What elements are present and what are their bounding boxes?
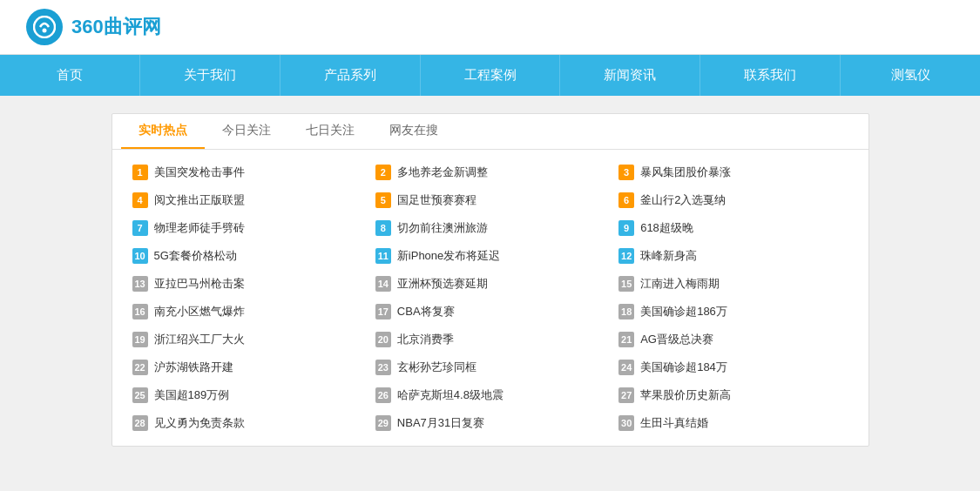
tab-week[interactable]: 七日关注 [288,114,372,149]
hot-num: 21 [618,332,634,347]
hot-num: 19 [132,332,148,347]
hot-num: 18 [618,304,634,319]
hot-title: 美国突发枪击事件 [154,165,245,180]
hot-title: 沪苏湖铁路开建 [154,360,233,375]
hot-num: 10 [132,248,148,264]
hot-item[interactable]: 3 暴风集团股价暴涨 [612,158,855,186]
nav-news[interactable]: 新闻资讯 [560,55,700,96]
hot-num: 15 [618,276,634,292]
hot-num: 17 [375,304,391,319]
hot-item[interactable]: 4 阅文推出正版联盟 [125,186,368,214]
hot-item[interactable]: 23 玄彬孙艺珍同框 [368,353,612,381]
main-nav: 首页 关于我们 产品系列 工程案例 新闻资讯 联系我们 测氢仪 [0,55,980,96]
hot-item[interactable]: 20 北京消费季 [368,326,612,353]
hot-title: 美国确诊超186万 [640,304,727,319]
hot-item[interactable]: 28 见义勇为免责条款 [125,409,368,437]
hot-num: 23 [375,360,391,375]
logo-text: 360曲评网 [71,14,161,40]
hot-item[interactable]: 29 NBA7月31日复赛 [368,409,612,437]
hot-num: 29 [375,415,391,431]
hot-title: 暴风集团股价暴涨 [640,165,731,180]
hot-item[interactable]: 16 南充小区燃气爆炸 [125,298,368,326]
tab-today[interactable]: 今日关注 [205,114,288,149]
hot-item[interactable]: 18 美国确诊超186万 [612,298,855,326]
hot-num: 30 [618,415,634,431]
hot-num: 22 [132,360,148,375]
hot-num: 8 [375,220,391,236]
hot-num: 5 [375,192,391,208]
hot-item[interactable]: 19 浙江绍兴工厂大火 [125,326,368,353]
logo-icon [26,9,63,45]
hot-item[interactable]: 25 美国超189万例 [125,381,368,409]
hot-title: 5G套餐价格松动 [154,248,237,264]
hot-num: 2 [375,165,391,180]
hot-title: 物理老师徒手劈砖 [154,220,245,236]
nav-contact[interactable]: 联系我们 [700,55,841,96]
hot-num: 14 [375,276,391,292]
hot-item[interactable]: 26 哈萨克斯坦4.8级地震 [368,381,612,409]
hot-title: 玄彬孙艺珍同框 [397,360,476,375]
hot-num: 3 [618,165,634,180]
content-inner: 实时热点 今日关注 七日关注 网友在搜 1 美国突发枪击事件 2 多地养老金新调… [112,113,869,447]
hot-num: 4 [132,192,148,208]
nav-cases[interactable]: 工程案例 [421,55,561,96]
nav-instrument[interactable]: 测氢仪 [841,55,980,96]
hot-item[interactable]: 27 苹果股价历史新高 [612,381,855,409]
hot-title: 阅文推出正版联盟 [154,192,245,208]
hot-title: 釜山行2入选戛纳 [640,192,726,208]
hot-list: 1 美国突发枪击事件 2 多地养老金新调整 3 暴风集团股价暴涨 4 阅文推出正… [112,150,868,446]
hot-item[interactable]: 13 亚拉巴马州枪击案 [125,270,368,298]
hot-title: 美国超189万例 [154,387,230,403]
hot-title: 国足世预赛赛程 [397,192,476,208]
hot-item[interactable]: 21 AG晋级总决赛 [612,326,855,353]
hot-title: NBA7月31日复赛 [397,415,484,431]
hot-item[interactable]: 22 沪苏湖铁路开建 [125,353,368,381]
hot-item[interactable]: 12 珠峰新身高 [612,242,855,270]
svg-point-1 [43,29,47,33]
hot-title: 珠峰新身高 [640,248,697,264]
hot-num: 26 [375,387,391,403]
tab-search[interactable]: 网友在搜 [372,114,456,149]
hot-title: 苹果股价历史新高 [640,387,731,403]
hot-item[interactable]: 8 切勿前往澳洲旅游 [368,214,612,242]
hot-item[interactable]: 11 新iPhone发布将延迟 [368,242,612,270]
hot-item[interactable]: 30 生田斗真结婚 [612,409,855,437]
hot-item[interactable]: 9 618超级晚 [612,214,855,242]
hot-title: 亚拉巴马州枪击案 [154,276,245,292]
hot-num: 27 [618,387,634,403]
hot-item[interactable]: 6 釜山行2入选戛纳 [612,186,855,214]
hot-item[interactable]: 2 多地养老金新调整 [368,158,612,186]
hot-title: 切勿前往澳洲旅游 [397,220,488,236]
nav-home[interactable]: 首页 [0,55,140,96]
hot-num: 13 [132,276,148,292]
content-box: 实时热点 今日关注 七日关注 网友在搜 1 美国突发枪击事件 2 多地养老金新调… [112,113,869,447]
hot-title: 南充小区燃气爆炸 [154,304,245,319]
hot-num: 16 [132,304,148,319]
nav-products[interactable]: 产品系列 [280,55,421,96]
hot-num: 24 [618,360,634,375]
hot-num: 7 [132,220,148,236]
tabs-bar: 实时热点 今日关注 七日关注 网友在搜 [112,114,868,150]
hot-item[interactable]: 14 亚洲杯预选赛延期 [368,270,612,298]
hot-item[interactable]: 15 江南进入梅雨期 [612,270,855,298]
hot-title: 多地养老金新调整 [397,165,488,180]
hot-title: 浙江绍兴工厂大火 [154,332,245,347]
header: 360曲评网 [0,0,980,55]
hot-title: 哈萨克斯坦4.8级地震 [397,387,504,403]
hot-item[interactable]: 24 美国确诊超184万 [612,353,855,381]
hot-title: 江南进入梅雨期 [640,276,720,292]
hot-title: AG晋级总决赛 [640,332,713,347]
hot-num: 12 [618,248,634,264]
hot-item[interactable]: 1 美国突发枪击事件 [125,158,368,186]
hot-item[interactable]: 17 CBA将复赛 [368,298,612,326]
hot-item[interactable]: 5 国足世预赛赛程 [368,186,612,214]
hot-num: 9 [618,220,634,236]
hot-title: 美国确诊超184万 [640,360,727,375]
nav-about[interactable]: 关于我们 [140,55,280,96]
content-area: 实时热点 今日关注 七日关注 网友在搜 1 美国突发枪击事件 2 多地养老金新调… [0,96,980,464]
tab-realtime[interactable]: 实时热点 [121,114,205,149]
hot-item[interactable]: 7 物理老师徒手劈砖 [125,214,368,242]
hot-num: 25 [132,387,148,403]
hot-num: 11 [375,248,391,264]
hot-item[interactable]: 10 5G套餐价格松动 [125,242,368,270]
